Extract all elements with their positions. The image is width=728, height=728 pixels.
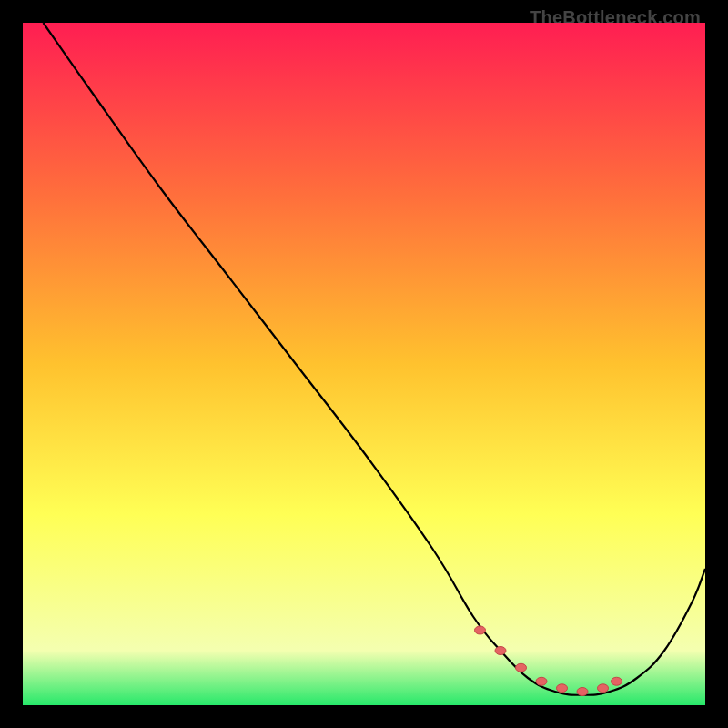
sweet-spot-marker (598, 684, 609, 693)
bottleneck-curve (44, 23, 706, 695)
sweet-spot-marker (612, 677, 622, 685)
sweet-spot-marker (557, 684, 568, 693)
sweet-spot-marker (516, 663, 527, 672)
chart-frame: TheBottleneck.com (0, 0, 728, 728)
sweet-spot-markers (475, 626, 622, 696)
sweet-spot-marker (495, 647, 506, 655)
sweet-spot-marker (577, 688, 588, 696)
curve-layer (23, 23, 705, 705)
plot-area (23, 23, 705, 705)
sweet-spot-marker (536, 677, 547, 685)
sweet-spot-marker (475, 626, 486, 634)
